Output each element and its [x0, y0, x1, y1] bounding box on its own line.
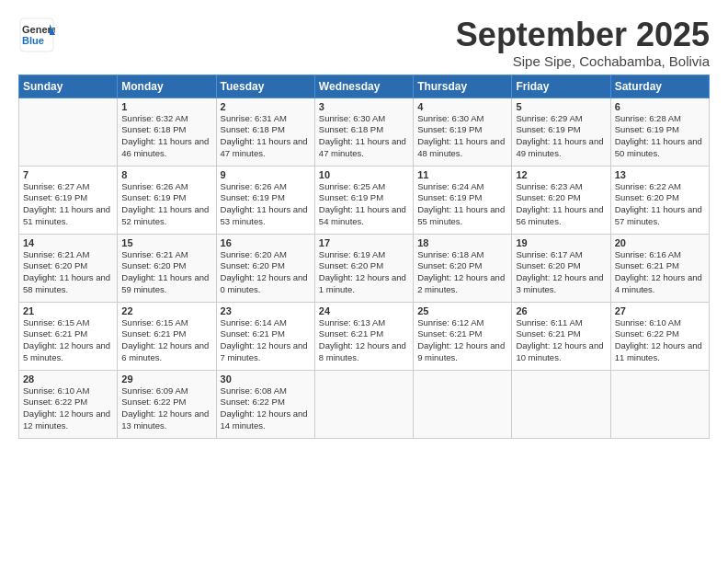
sunrise-text: Sunrise: 6:10 AM: [23, 385, 89, 396]
daylight-text: Daylight: 12 hours and 7 minutes.: [221, 340, 308, 362]
sunrise-text: Sunrise: 6:10 AM: [615, 317, 681, 327]
sunrise-text: Sunrise: 6:26 AM: [221, 181, 287, 191]
daylight-text: Daylight: 11 hours and 55 minutes.: [417, 204, 505, 226]
table-row: 30 Sunrise: 6:08 AM Sunset: 6:22 PM Dayl…: [216, 370, 314, 438]
cell-info: Sunrise: 6:29 AM Sunset: 6:19 PM Dayligh…: [516, 113, 606, 160]
sunset-text: Sunset: 6:19 PM: [221, 192, 285, 202]
table-row: 24 Sunrise: 6:13 AM Sunset: 6:21 PM Dayl…: [314, 302, 413, 370]
cell-info: Sunrise: 6:08 AM Sunset: 6:22 PM Dayligh…: [221, 385, 311, 432]
table-row: 27 Sunrise: 6:10 AM Sunset: 6:22 PM Dayl…: [610, 302, 709, 370]
page: General Blue September 2025 Sipe Sipe, C…: [0, 0, 728, 448]
day-number: 5: [516, 101, 606, 112]
day-number: 19: [516, 237, 606, 248]
table-row: 4 Sunrise: 6:30 AM Sunset: 6:19 PM Dayli…: [414, 98, 512, 166]
sunrise-text: Sunrise: 6:19 AM: [319, 249, 385, 259]
daylight-text: Daylight: 12 hours and 10 minutes.: [516, 340, 603, 362]
sunrise-text: Sunrise: 6:18 AM: [417, 249, 483, 259]
sunset-text: Sunset: 6:20 PM: [417, 260, 482, 270]
cell-info: Sunrise: 6:23 AM Sunset: 6:20 PM Dayligh…: [516, 181, 606, 228]
table-row: 7 Sunrise: 6:27 AM Sunset: 6:19 PM Dayli…: [19, 166, 118, 234]
table-row: 2 Sunrise: 6:31 AM Sunset: 6:18 PM Dayli…: [216, 98, 314, 166]
daylight-text: Daylight: 11 hours and 51 minutes.: [23, 204, 110, 226]
table-row: 17 Sunrise: 6:19 AM Sunset: 6:20 PM Dayl…: [314, 234, 413, 302]
table-row: 1 Sunrise: 6:32 AM Sunset: 6:18 PM Dayli…: [118, 98, 216, 166]
cell-info: Sunrise: 6:30 AM Sunset: 6:18 PM Dayligh…: [319, 113, 409, 160]
col-monday: Monday: [118, 75, 216, 98]
cell-info: Sunrise: 6:31 AM Sunset: 6:18 PM Dayligh…: [221, 113, 311, 160]
col-tuesday: Tuesday: [216, 75, 314, 98]
day-number: 11: [417, 169, 507, 180]
sunset-text: Sunset: 6:18 PM: [221, 124, 285, 134]
daylight-text: Daylight: 11 hours and 58 minutes.: [23, 272, 110, 294]
sunset-text: Sunset: 6:22 PM: [615, 328, 679, 339]
daylight-text: Daylight: 12 hours and 4 minutes.: [615, 272, 702, 294]
col-wednesday: Wednesday: [314, 75, 413, 98]
cell-info: Sunrise: 6:12 AM Sunset: 6:21 PM Dayligh…: [417, 317, 507, 364]
table-row: 19 Sunrise: 6:17 AM Sunset: 6:20 PM Dayl…: [512, 234, 610, 302]
cell-info: Sunrise: 6:11 AM Sunset: 6:21 PM Dayligh…: [516, 317, 606, 364]
sunset-text: Sunset: 6:20 PM: [319, 260, 383, 270]
header: General Blue September 2025 Sipe Sipe, C…: [18, 17, 710, 69]
sunset-text: Sunset: 6:21 PM: [221, 328, 285, 339]
table-row: 11 Sunrise: 6:24 AM Sunset: 6:19 PM Dayl…: [414, 166, 512, 234]
day-number: 25: [417, 305, 507, 316]
day-number: 7: [23, 169, 113, 180]
sunrise-text: Sunrise: 6:26 AM: [121, 181, 188, 191]
cell-info: Sunrise: 6:10 AM Sunset: 6:22 PM Dayligh…: [615, 317, 705, 364]
table-row: [610, 370, 709, 438]
title-block: September 2025 Sipe Sipe, Cochabamba, Bo…: [456, 17, 710, 69]
day-number: 21: [23, 305, 113, 316]
daylight-text: Daylight: 12 hours and 5 minutes.: [23, 340, 110, 362]
table-row: 28 Sunrise: 6:10 AM Sunset: 6:22 PM Dayl…: [19, 370, 118, 438]
cell-info: Sunrise: 6:32 AM Sunset: 6:18 PM Dayligh…: [121, 113, 211, 160]
table-row: 20 Sunrise: 6:16 AM Sunset: 6:21 PM Dayl…: [610, 234, 709, 302]
col-saturday: Saturday: [610, 75, 709, 98]
day-number: 20: [615, 237, 705, 248]
sunrise-text: Sunrise: 6:15 AM: [23, 317, 89, 327]
day-number: 16: [221, 237, 311, 248]
cell-info: Sunrise: 6:17 AM Sunset: 6:20 PM Dayligh…: [516, 249, 606, 296]
cell-info: Sunrise: 6:10 AM Sunset: 6:22 PM Dayligh…: [23, 385, 113, 432]
sunset-text: Sunset: 6:18 PM: [121, 124, 186, 134]
day-number: 18: [417, 237, 507, 248]
day-number: 4: [417, 101, 507, 112]
day-number: 10: [319, 169, 409, 180]
table-row: 25 Sunrise: 6:12 AM Sunset: 6:21 PM Dayl…: [414, 302, 512, 370]
daylight-text: Daylight: 12 hours and 6 minutes.: [121, 340, 209, 362]
table-row: 22 Sunrise: 6:15 AM Sunset: 6:21 PM Dayl…: [118, 302, 216, 370]
sunset-text: Sunset: 6:22 PM: [23, 396, 87, 407]
sunset-text: Sunset: 6:19 PM: [23, 192, 87, 202]
cell-info: Sunrise: 6:30 AM Sunset: 6:19 PM Dayligh…: [417, 113, 507, 160]
sunrise-text: Sunrise: 6:16 AM: [615, 249, 681, 259]
day-number: 24: [319, 305, 409, 316]
calendar-week-row: 28 Sunrise: 6:10 AM Sunset: 6:22 PM Dayl…: [19, 370, 710, 438]
sunset-text: Sunset: 6:19 PM: [121, 192, 186, 202]
cell-info: Sunrise: 6:26 AM Sunset: 6:19 PM Dayligh…: [221, 181, 311, 228]
table-row: 15 Sunrise: 6:21 AM Sunset: 6:20 PM Dayl…: [118, 234, 216, 302]
daylight-text: Daylight: 12 hours and 1 minute.: [319, 272, 406, 294]
cell-info: Sunrise: 6:16 AM Sunset: 6:21 PM Dayligh…: [615, 249, 705, 296]
sunrise-text: Sunrise: 6:29 AM: [516, 113, 582, 123]
daylight-text: Daylight: 11 hours and 47 minutes.: [319, 136, 406, 158]
sunset-text: Sunset: 6:20 PM: [221, 260, 285, 270]
sunrise-text: Sunrise: 6:28 AM: [615, 113, 681, 123]
cell-info: Sunrise: 6:26 AM Sunset: 6:19 PM Dayligh…: [121, 181, 211, 228]
cell-info: Sunrise: 6:13 AM Sunset: 6:21 PM Dayligh…: [319, 317, 409, 364]
day-number: 28: [23, 373, 113, 385]
table-row: 8 Sunrise: 6:26 AM Sunset: 6:19 PM Dayli…: [118, 166, 216, 234]
table-row: 9 Sunrise: 6:26 AM Sunset: 6:19 PM Dayli…: [216, 166, 314, 234]
sunset-text: Sunset: 6:19 PM: [516, 124, 580, 134]
cell-info: Sunrise: 6:28 AM Sunset: 6:19 PM Dayligh…: [615, 113, 705, 160]
daylight-text: Daylight: 11 hours and 50 minutes.: [615, 136, 702, 158]
logo: General Blue: [18, 17, 55, 53]
sunset-text: Sunset: 6:19 PM: [417, 124, 482, 134]
daylight-text: Daylight: 12 hours and 13 minutes.: [121, 408, 209, 431]
table-row: [19, 98, 118, 166]
cell-info: Sunrise: 6:18 AM Sunset: 6:20 PM Dayligh…: [417, 249, 507, 296]
sunset-text: Sunset: 6:18 PM: [319, 124, 383, 134]
sunrise-text: Sunrise: 6:08 AM: [221, 385, 287, 396]
month-title: September 2025: [456, 17, 710, 53]
sunrise-text: Sunrise: 6:27 AM: [23, 181, 89, 191]
calendar-week-row: 7 Sunrise: 6:27 AM Sunset: 6:19 PM Dayli…: [19, 166, 710, 234]
day-number: 23: [221, 305, 311, 316]
